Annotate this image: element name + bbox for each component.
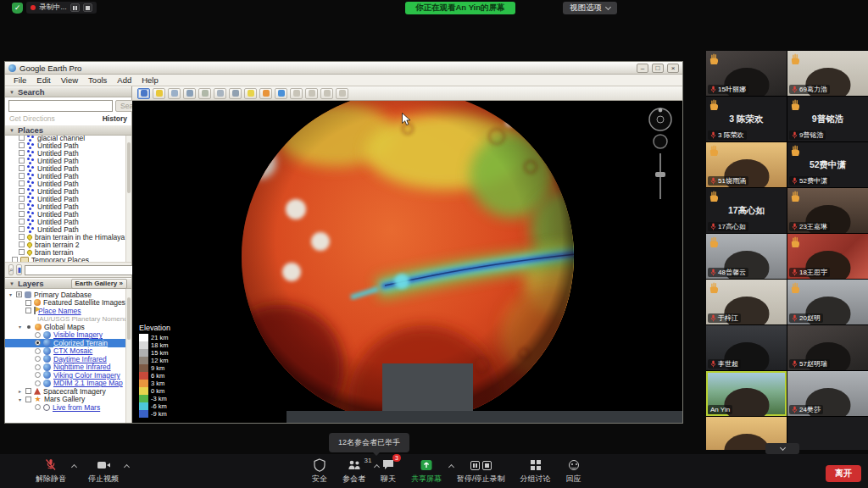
participant-tile[interactable]: 15叶丽娜	[706, 51, 787, 96]
expander-icon[interactable]: ▾	[8, 291, 14, 297]
item-control[interactable]	[35, 364, 41, 370]
stop-record-icon[interactable]	[482, 461, 492, 470]
item-checkbox[interactable]	[19, 180, 25, 186]
participant-tile[interactable]: 48曾馨云	[706, 234, 787, 279]
share-screen-button[interactable]: 共享屏幕	[411, 458, 442, 485]
view-in-maps-icon[interactable]	[336, 88, 348, 99]
history-link[interactable]: History	[103, 114, 127, 123]
participant-tile[interactable]: 57赵明瑞	[787, 325, 868, 370]
pause-stop-record-button[interactable]: 暂停/停止录制	[457, 458, 505, 485]
share-options-caret[interactable]	[448, 464, 454, 470]
participant-tile[interactable]: 24樊莎	[787, 371, 868, 416]
participants-button[interactable]: 31 参会者	[342, 458, 365, 485]
participant-tile[interactable]: 51王冰	[787, 417, 868, 450]
item-control[interactable]	[35, 356, 41, 362]
toggle-sidebar-icon[interactable]	[137, 88, 150, 99]
stop-recording-button[interactable]	[83, 3, 92, 12]
record-tour-icon[interactable]	[214, 88, 226, 99]
menu-add[interactable]: Add	[112, 75, 136, 85]
participants-caret[interactable]	[374, 464, 380, 470]
minimize-button[interactable]: –	[637, 64, 648, 73]
participant-tile[interactable]: 52费中潇 52费中潇	[787, 142, 868, 187]
add-polygon-icon[interactable]	[168, 88, 181, 99]
maximize-button[interactable]: □	[652, 64, 664, 73]
item-checkbox[interactable]	[19, 249, 25, 255]
item-control[interactable]	[16, 291, 22, 297]
expander-icon[interactable]: ▸	[17, 388, 23, 394]
participant-tile[interactable]: 51饶雨涵	[706, 142, 787, 187]
item-checkbox[interactable]	[19, 219, 25, 225]
item-checkbox[interactable]	[19, 150, 25, 156]
item-checkbox[interactable]	[19, 203, 25, 209]
get-directions-link[interactable]: Get Directions	[9, 114, 55, 123]
layers-tree-item[interactable]: MDIM 2.1 Image Map	[5, 380, 131, 388]
layers-tree-item[interactable]: Place Names	[5, 307, 131, 315]
item-control[interactable]	[35, 404, 41, 410]
menu-edit[interactable]: Edit	[31, 75, 55, 85]
layers-tree-item[interactable]: Viking Color Imagery	[5, 371, 131, 380]
add-placemark-icon[interactable]	[153, 88, 165, 99]
item-control[interactable]	[25, 308, 31, 313]
earth-gallery-button[interactable]: Earth Gallery »	[71, 279, 128, 289]
item-checkbox[interactable]	[19, 165, 25, 171]
layers-tree-item[interactable]: IAU/USGS Planetary Nomenclature	[5, 315, 131, 324]
item-control[interactable]	[25, 396, 31, 402]
item-checkbox[interactable]	[19, 158, 25, 164]
menu-help[interactable]: Help	[136, 75, 164, 85]
layers-scrollbar[interactable]	[125, 289, 131, 423]
places-list[interactable]: glacial channel Untitled Path Untitled P…	[5, 136, 131, 263]
search-panel-header[interactable]: ▼ Search	[5, 86, 131, 97]
layers-tree-item[interactable]: Live from Mars	[5, 403, 131, 412]
unmute-button[interactable]: 解除静音	[36, 458, 66, 485]
layers-tree-item[interactable]: Colorized Terrain	[5, 339, 131, 347]
layers-tree[interactable]: ▾ Primary Database Featured Satellite Im…	[5, 289, 131, 423]
item-control[interactable]	[35, 348, 41, 354]
save-image-icon[interactable]	[320, 88, 333, 99]
search-places-icon[interactable]: ⌕	[8, 264, 14, 275]
pause-recording-button[interactable]	[70, 3, 80, 12]
layers-tree-item[interactable]: Visible Imagery	[5, 331, 131, 340]
search-input[interactable]	[8, 100, 113, 112]
meeting-secure-shield-icon[interactable]: ✓	[12, 3, 23, 14]
historical-imagery-icon[interactable]	[229, 88, 242, 99]
item-checkbox[interactable]	[19, 196, 25, 202]
item-checkbox[interactable]	[19, 173, 25, 179]
expander-icon[interactable]: ▾	[17, 324, 23, 330]
stop-video-button[interactable]: 停止视频	[88, 458, 119, 485]
menu-file[interactable]: File	[8, 75, 31, 85]
video-options-caret[interactable]	[124, 464, 130, 470]
switch-planet-icon[interactable]	[259, 88, 272, 99]
mic-options-caret[interactable]	[71, 464, 77, 470]
ruler-icon[interactable]	[275, 88, 287, 99]
item-control[interactable]	[25, 300, 31, 306]
participant-tile[interactable]: An Yin	[706, 371, 787, 416]
overview-icon[interactable]: ▮	[16, 264, 21, 275]
layers-tree-item[interactable]: ▾ ★ Mars Gallery	[5, 396, 131, 404]
window-titlebar[interactable]: Google Earth Pro – □ ×	[5, 62, 682, 75]
item-checkbox[interactable]	[19, 211, 25, 217]
mars-map-viewport[interactable]: Elevation 21 km 18 km 15 km 12 km 9 km	[132, 101, 682, 423]
menu-tools[interactable]: Tools	[83, 75, 112, 85]
layers-tree-item[interactable]: ▾ Global Maps	[5, 323, 131, 331]
print-icon[interactable]	[305, 88, 318, 99]
leave-meeting-button[interactable]: 离开	[826, 465, 861, 482]
sunlight-icon[interactable]	[244, 88, 257, 99]
item-checkbox[interactable]	[19, 234, 25, 240]
item-control[interactable]	[35, 332, 41, 338]
layers-tree-item[interactable]: ▾ Primary Database	[5, 291, 131, 299]
item-checkbox[interactable]	[19, 142, 25, 148]
item-checkbox[interactable]	[12, 257, 18, 263]
breakout-rooms-button[interactable]: 分组讨论	[520, 458, 551, 485]
layers-tree-item[interactable]: CTX Mosaic	[5, 347, 131, 356]
add-path-icon[interactable]	[183, 88, 196, 99]
participant-tile[interactable]: 18王思宇	[787, 234, 868, 279]
places-list-item[interactable]: Temporary Places	[5, 256, 131, 263]
participant-tile[interactable]: 20赵明	[787, 280, 868, 324]
expander-icon[interactable]: ▾	[17, 396, 23, 402]
item-control[interactable]	[25, 388, 31, 394]
participant-tile[interactable]: 9普铭浩 9普铭浩	[787, 97, 868, 141]
navigation-controls[interactable]	[643, 106, 677, 208]
item-checkbox[interactable]	[19, 241, 25, 247]
reactions-button[interactable]: 回应	[566, 458, 581, 485]
close-button[interactable]: ×	[667, 64, 679, 73]
